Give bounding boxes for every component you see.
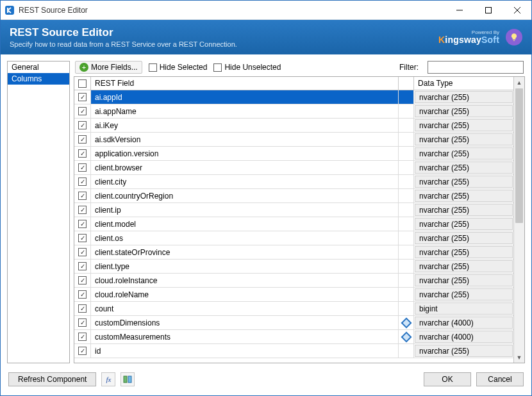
row-field[interactable]: ai.appId bbox=[91, 90, 399, 104]
table-row[interactable]: client.countryOrRegionnvarchar (255) bbox=[74, 189, 513, 203]
row-checkbox[interactable] bbox=[74, 104, 91, 118]
maximize-button[interactable] bbox=[474, 1, 503, 20]
row-checkbox[interactable] bbox=[74, 231, 91, 245]
row-field[interactable]: cloud.roleName bbox=[91, 288, 399, 301]
table-row[interactable]: idnvarchar (255) bbox=[74, 344, 513, 358]
table-row[interactable]: cloud.roleNamenvarchar (255) bbox=[74, 288, 513, 302]
table-row[interactable]: client.stateOrProvincenvarchar (255) bbox=[74, 245, 513, 260]
row-checkbox[interactable] bbox=[74, 302, 91, 315]
row-type[interactable]: nvarchar (255) bbox=[415, 119, 513, 131]
row-type[interactable]: nvarchar (255) bbox=[415, 91, 513, 103]
row-type[interactable]: nvarchar (255) bbox=[415, 232, 513, 244]
expression-button[interactable]: fx bbox=[101, 372, 115, 386]
table-row[interactable]: application.versionnvarchar (255) bbox=[74, 147, 513, 161]
row-type[interactable]: nvarchar (255) bbox=[415, 260, 513, 272]
row-field[interactable]: client.countryOrRegion bbox=[91, 189, 399, 202]
table-row[interactable]: client.osnvarchar (255) bbox=[74, 231, 513, 245]
row-field[interactable]: client.os bbox=[91, 231, 399, 245]
row-type[interactable]: nvarchar (255) bbox=[415, 161, 513, 174]
row-type[interactable]: nvarchar (255) bbox=[415, 105, 513, 117]
table-row[interactable]: countbigint bbox=[74, 302, 513, 316]
row-checkbox[interactable] bbox=[74, 175, 91, 188]
row-type[interactable]: nvarchar (4000) bbox=[415, 331, 513, 343]
header-field[interactable]: REST Field bbox=[91, 77, 399, 90]
table-row[interactable]: customDimensionsnvarchar (4000) bbox=[74, 316, 513, 330]
filter-input[interactable] bbox=[428, 61, 524, 74]
row-field[interactable]: customMeasurements bbox=[91, 330, 399, 343]
table-row[interactable]: ai.iKeynvarchar (255) bbox=[74, 119, 513, 133]
table-row[interactable]: ai.sdkVersionnvarchar (255) bbox=[74, 133, 513, 147]
row-type[interactable]: nvarchar (255) bbox=[415, 147, 513, 160]
header-select-all[interactable] bbox=[74, 77, 91, 90]
row-type[interactable]: nvarchar (255) bbox=[415, 246, 513, 258]
header-type[interactable]: Data Type bbox=[414, 77, 513, 90]
table-row[interactable]: client.browsernvarchar (255) bbox=[74, 161, 513, 175]
row-checkbox[interactable] bbox=[74, 288, 91, 301]
row-type-icon bbox=[399, 104, 414, 118]
vertical-scrollbar[interactable]: ▲ ▼ bbox=[513, 77, 524, 363]
table-row[interactable]: ai.appIdnvarchar (255) bbox=[74, 90, 513, 104]
row-field[interactable]: customDimensions bbox=[91, 316, 399, 329]
sidebar-item-columns[interactable]: Columns bbox=[8, 73, 69, 85]
row-type[interactable]: nvarchar (255) bbox=[415, 218, 513, 230]
row-field[interactable]: ai.iKey bbox=[91, 119, 399, 132]
row-checkbox[interactable] bbox=[74, 161, 91, 174]
row-type[interactable]: nvarchar (255) bbox=[415, 288, 513, 301]
row-checkbox[interactable] bbox=[74, 274, 91, 287]
ok-button[interactable]: OK bbox=[424, 372, 471, 386]
row-type[interactable]: nvarchar (255) bbox=[415, 190, 513, 202]
row-field[interactable]: client.browser bbox=[91, 161, 399, 174]
scroll-thumb[interactable] bbox=[515, 88, 523, 223]
row-field[interactable]: client.ip bbox=[91, 203, 399, 217]
row-checkbox[interactable] bbox=[74, 203, 91, 217]
table-row[interactable]: ai.appNamenvarchar (255) bbox=[74, 104, 513, 119]
scroll-down-icon[interactable]: ▼ bbox=[514, 352, 524, 363]
row-checkbox[interactable] bbox=[74, 90, 91, 104]
row-checkbox[interactable] bbox=[74, 344, 91, 358]
mapping-button[interactable] bbox=[121, 372, 135, 386]
row-checkbox[interactable] bbox=[74, 147, 91, 160]
scroll-up-icon[interactable]: ▲ bbox=[514, 77, 524, 88]
row-checkbox[interactable] bbox=[74, 133, 91, 146]
hide-selected-checkbox[interactable]: Hide Selected bbox=[149, 63, 208, 72]
close-button[interactable] bbox=[503, 1, 531, 20]
row-checkbox[interactable] bbox=[74, 189, 91, 202]
row-field[interactable]: client.type bbox=[91, 260, 399, 273]
row-type[interactable]: nvarchar (255) bbox=[415, 133, 513, 145]
row-field[interactable]: id bbox=[91, 344, 399, 358]
more-fields-button[interactable]: + More Fields... bbox=[75, 61, 142, 74]
window: REST Source Editor REST Source Editor Sp… bbox=[0, 0, 532, 396]
table-row[interactable]: client.ipnvarchar (255) bbox=[74, 203, 513, 217]
row-type[interactable]: nvarchar (4000) bbox=[415, 317, 513, 329]
table-row[interactable]: customMeasurementsnvarchar (4000) bbox=[74, 330, 513, 344]
row-field[interactable]: count bbox=[91, 302, 399, 315]
hide-unselected-checkbox[interactable]: Hide Unselected bbox=[213, 63, 281, 72]
table-row[interactable]: client.modelnvarchar (255) bbox=[74, 217, 513, 231]
sidebar-item-general[interactable]: General bbox=[8, 62, 69, 73]
row-checkbox[interactable] bbox=[74, 119, 91, 132]
minimize-button[interactable] bbox=[445, 1, 474, 20]
row-field[interactable]: cloud.roleInstance bbox=[91, 274, 399, 287]
row-field[interactable]: client.model bbox=[91, 217, 399, 231]
table-row[interactable]: client.typenvarchar (255) bbox=[74, 260, 513, 274]
row-checkbox[interactable] bbox=[74, 245, 91, 259]
row-checkbox[interactable] bbox=[74, 217, 91, 231]
row-type[interactable]: nvarchar (255) bbox=[415, 204, 513, 216]
row-type[interactable]: nvarchar (255) bbox=[415, 345, 513, 357]
row-checkbox[interactable] bbox=[74, 330, 91, 343]
lightbulb-icon[interactable] bbox=[506, 29, 522, 45]
row-checkbox[interactable] bbox=[74, 316, 91, 329]
row-field[interactable]: ai.sdkVersion bbox=[91, 133, 399, 146]
cancel-button[interactable]: Cancel bbox=[476, 372, 524, 386]
row-type[interactable]: nvarchar (255) bbox=[415, 176, 513, 188]
row-field[interactable]: client.city bbox=[91, 175, 399, 188]
row-field[interactable]: ai.appName bbox=[91, 104, 399, 118]
row-field[interactable]: application.version bbox=[91, 147, 399, 160]
table-row[interactable]: client.citynvarchar (255) bbox=[74, 175, 513, 189]
row-type[interactable]: nvarchar (255) bbox=[415, 274, 513, 286]
table-row[interactable]: cloud.roleInstancenvarchar (255) bbox=[74, 274, 513, 288]
row-type[interactable]: bigint bbox=[415, 302, 513, 315]
refresh-component-button[interactable]: Refresh Component bbox=[8, 372, 96, 386]
row-field[interactable]: client.stateOrProvince bbox=[91, 245, 399, 259]
row-checkbox[interactable] bbox=[74, 260, 91, 273]
